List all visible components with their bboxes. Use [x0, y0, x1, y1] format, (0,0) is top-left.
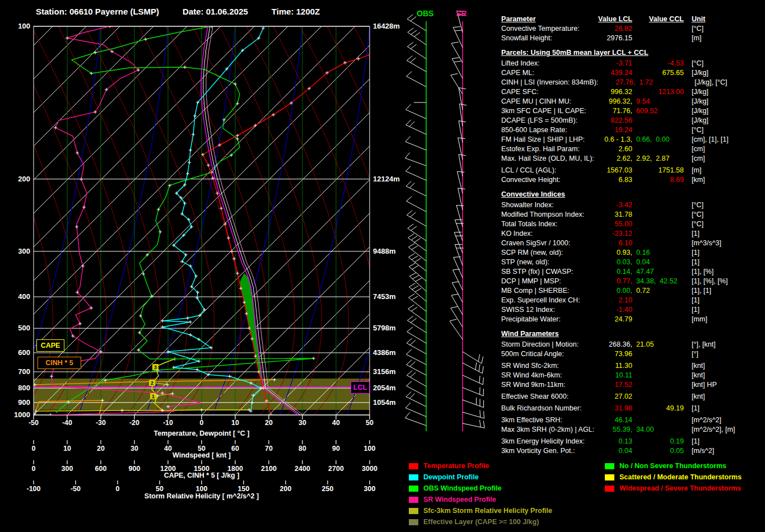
unit-label: [m^2/s^2] — [692, 416, 721, 425]
srh-tick-label: 100 — [196, 485, 208, 493]
value: 0.00, — [617, 287, 632, 295]
unit-label: [J/kg] — [692, 116, 708, 125]
value-ccl: 1751.58 — [632, 166, 684, 175]
parameter-label: SB STP (fix) | CWASP: — [501, 267, 595, 277]
unit-label: [m^3/s^3] — [692, 239, 721, 248]
km-agl-marker: 2 — [149, 380, 155, 386]
parameter-label: Craven SigSvr / 1000: — [501, 239, 595, 248]
unit-label: [J/kg] — [692, 87, 708, 97]
legend-label: Widespread / Severe Thunderstorms — [619, 484, 741, 492]
parcel-curve-white — [203, 26, 300, 415]
value: 11.30 — [615, 362, 632, 370]
parameter-row: SR Wind Sfc-2km:11.30[knt] — [501, 361, 762, 371]
value-lcl: 11.30 — [595, 361, 632, 371]
profile-legend-item: Temperature Profile — [409, 460, 552, 472]
value-ccl: 9.54 — [632, 97, 684, 106]
wind-axis-title: Windspeed [ knt ] — [34, 451, 370, 459]
value: 1567.03 — [607, 166, 632, 174]
profile-legend-item: SR Windspeed Profile — [409, 494, 552, 505]
unit-label: [cm] — [692, 144, 705, 154]
value: 0.00 — [652, 135, 670, 144]
value-ccl: 0.19 — [632, 437, 684, 446]
parameter-label: Modified Thompson Index: — [501, 210, 595, 220]
value-lcl: 2976.15 — [595, 34, 632, 43]
height-tick-label: 1054m — [373, 398, 395, 407]
panel-header-row: Parameter Value LCL Value CCL Unit — [501, 15, 762, 24]
unit-label: [cm] — [692, 154, 705, 164]
value: 42.52 — [656, 277, 678, 286]
value-lcl: 55.39, — [595, 425, 632, 435]
srh-tick-label: 250 — [322, 485, 334, 493]
value-ccl-header: Value CCL — [632, 15, 684, 24]
parameter-row: SCP RM (new, old):0.93, 0.16[1] — [501, 248, 762, 258]
parameter-row: CAPE MU | CINH MU:996.32, 9.54[J/kg] — [501, 97, 762, 106]
value: 9.54 — [632, 97, 650, 106]
value: 2976.15 — [607, 34, 632, 42]
parameter-row: Max 3km SRH (0-2km) | AGL:55.39, 34.00[m… — [501, 425, 762, 435]
srh-tick-label: 200 — [280, 485, 292, 493]
value: -3.71 — [616, 59, 632, 67]
cape-axis-title: CAPE, CINH * 5 [ J/kg ] — [34, 472, 370, 479]
value: 675.65 — [662, 68, 684, 78]
profile-legend-item: Effective Layer (CAPE >= 100 J/kg) — [409, 516, 552, 528]
temperature-profile — [201, 53, 372, 417]
value-lcl: 26.82 — [595, 24, 632, 34]
legend-color-chip — [409, 519, 418, 525]
value: 2.60 — [618, 145, 632, 153]
unit-label: [°C] — [692, 59, 703, 68]
value: 8.69 — [670, 175, 684, 185]
srh-tick-label: 0 — [116, 485, 120, 493]
height-tick-label: 9488m — [373, 247, 395, 255]
unit-label: [J/kg] — [692, 106, 708, 116]
cape-label-box: CAPE — [36, 339, 64, 352]
unit-label: [°C] — [692, 24, 703, 34]
value: 0.13 — [618, 437, 632, 445]
parameter-row: Convective Temperature:26.82[°C] — [501, 24, 762, 34]
value: 1751.58 — [658, 166, 684, 175]
value: 0.04 — [618, 447, 632, 455]
value-ccl: 1.72 — [635, 78, 687, 87]
section-header: Wind Parameters — [501, 329, 762, 339]
pressure-tick-label: 400 — [11, 292, 30, 301]
unit-label: [J/kg] — [692, 68, 708, 78]
parameter-label: Showalter Index: — [501, 200, 595, 210]
value: 10.11 — [615, 371, 632, 379]
unit-label: [J/kg] — [692, 97, 708, 106]
value-ccl: -4.53 — [632, 59, 684, 68]
profile-legend-item: Sfc-3km Storm Relative Helicity Profile — [409, 505, 552, 516]
unit-label: [°] — [692, 349, 698, 359]
pressure-tick-label: 100 — [11, 22, 30, 30]
parameter-label: STP (new, old): — [501, 258, 595, 267]
value: 55.00 — [614, 220, 632, 228]
lcl-label-box: LCL — [351, 381, 370, 394]
unit-label: [1] — [692, 404, 699, 413]
value: 0.16 — [632, 248, 650, 258]
temp-tick-label: 50 — [366, 419, 374, 427]
value: 46.14 — [614, 416, 632, 424]
value-lcl: 1567.03 — [595, 166, 632, 175]
value-lcl: 2.62, — [595, 154, 632, 164]
value-lcl: 2.60 — [595, 144, 632, 154]
unit-label: [m] — [692, 166, 702, 175]
km-agl-marker: 1 — [150, 393, 156, 399]
value: 2.92, — [632, 154, 652, 164]
parameter-label: 3km SFC CAPE | IL CAPE: — [501, 106, 595, 116]
unit-label: [m/s^2] — [692, 446, 714, 456]
height-tick-label: 12124m — [373, 175, 400, 183]
legend-color-chip — [409, 486, 418, 492]
height-tick-label: 4386m — [373, 348, 395, 357]
parameter-label: CAPE SFC: — [501, 87, 595, 97]
value: 0.03, — [617, 258, 632, 266]
value: 26.82 — [614, 25, 632, 32]
parameter-label: Exp. Supercell Index CH: — [501, 296, 595, 305]
parameter-label: LCL / CCL (AGL): — [501, 166, 595, 175]
value-ccl: 34.00 — [632, 425, 684, 435]
value: 31.98 — [614, 404, 632, 412]
value-lcl: 0.03, — [595, 258, 632, 267]
parameter-label: DCAPE (LFS = 500mB): — [501, 116, 595, 125]
value-lcl: 0.13 — [595, 437, 632, 446]
thunderstorm-legend-item: Widespread / Severe Thunderstorms — [605, 483, 741, 494]
legend-color-chip — [605, 474, 614, 480]
height-tick-label: 2054m — [373, 384, 395, 392]
value-lcl: 0.93, — [595, 248, 632, 258]
